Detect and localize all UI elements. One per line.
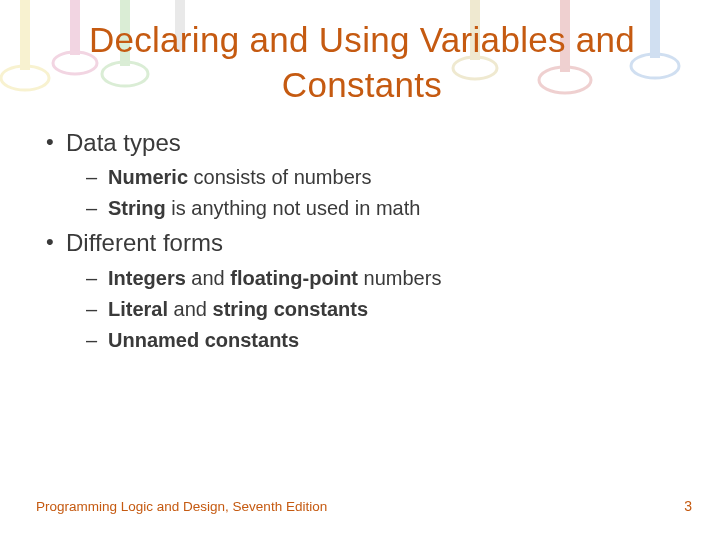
page-number: 3: [684, 498, 692, 514]
list-item: Numeric consists of numbers: [86, 162, 680, 193]
bold-text: Numeric: [108, 166, 188, 188]
bold-text: string constants: [213, 298, 369, 320]
slide-container: Declaring and Using Variables and Consta…: [0, 0, 720, 540]
text: and: [186, 267, 230, 289]
list-item: Unnamed constants: [86, 325, 680, 356]
text: consists of numbers: [188, 166, 371, 188]
list-item: Literal and string constants: [86, 294, 680, 325]
bullet-text: Different forms: [66, 229, 223, 256]
list-item: String is anything not used in math: [86, 193, 680, 224]
footer-text: Programming Logic and Design, Seventh Ed…: [36, 499, 327, 514]
bold-text: String: [108, 197, 166, 219]
list-item: Integers and floating-point numbers: [86, 263, 680, 294]
text: and: [168, 298, 212, 320]
list-item: Data types Numeric consists of numbers S…: [44, 126, 680, 225]
bold-text: Literal: [108, 298, 168, 320]
text: numbers: [358, 267, 441, 289]
slide-title: Declaring and Using Variables and Consta…: [44, 18, 680, 108]
list-item: Different forms Integers and floating-po…: [44, 226, 680, 356]
bold-text: Integers: [108, 267, 186, 289]
text: is anything not used in math: [166, 197, 421, 219]
sub-list: Numeric consists of numbers String is an…: [66, 162, 680, 224]
bullet-list: Data types Numeric consists of numbers S…: [44, 126, 680, 357]
sub-list: Integers and floating-point numbers Lite…: [66, 263, 680, 356]
bold-text: floating-point: [230, 267, 358, 289]
bullet-text: Data types: [66, 129, 181, 156]
bold-text: Unnamed constants: [108, 329, 299, 351]
